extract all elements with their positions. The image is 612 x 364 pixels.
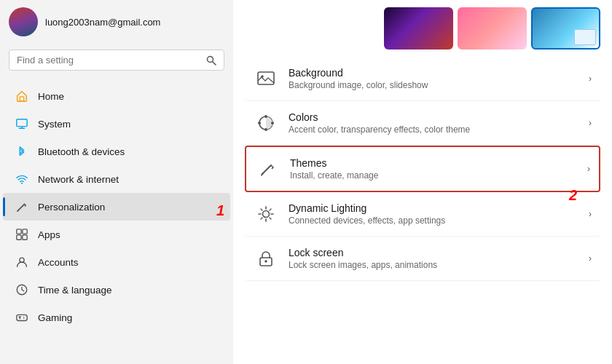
user-header: luong2003nam@gmail.com [0,0,233,44]
sidebar-item-label-time: Time & language [38,285,112,296]
dynamic-lighting-title: Dynamic Lighting [289,202,578,214]
lock-screen-desc: Lock screen images, apps, animations [289,260,578,270]
svg-point-27 [271,122,274,124]
colors-title: Colors [289,111,578,123]
svg-rect-3 [17,119,27,127]
setting-item-dynamic-lighting[interactable]: Dynamic Lighting Connected devices, effe… [245,192,600,237]
gaming-icon [15,310,29,325]
chevron-icon: › [587,164,590,174]
sidebar-item-label-home: Home [38,91,64,102]
lock-screen-text: Lock screen Lock screen images, apps, an… [289,247,578,270]
background-icon [254,66,278,91]
system-icon [15,116,29,131]
svg-point-6 [21,183,23,184]
setting-item-colors[interactable]: Colors Accent color, transparency effect… [245,101,600,146]
search-container [0,44,233,79]
svg-point-26 [258,122,261,124]
sidebar-item-home[interactable]: Home [3,82,230,110]
sidebar-item-bluetooth[interactable]: Bluetooth & devices [3,138,230,165]
svg-rect-12 [23,235,27,240]
wallpaper-strip [233,0,612,57]
home-icon [15,89,29,103]
svg-line-28 [262,165,271,174]
colors-desc: Accent color, transparency effects, colo… [289,124,578,135]
svg-line-1 [213,61,216,65]
sidebar-item-time[interactable]: Time & language [3,276,230,304]
dynamic-lighting-icon [254,202,278,226]
sidebar-item-system[interactable]: System [3,110,230,138]
background-title: Background [289,67,578,79]
themes-title: Themes [290,157,577,169]
user-email: luong2003nam@gmail.com [45,17,160,28]
wallpaper-thumb-blue[interactable] [531,7,600,50]
sidebar-item-accounts[interactable]: Accounts [3,248,230,276]
sidebar: luong2003nam@gmail.com Home [0,0,233,364]
sidebar-item-label-apps: Apps [38,229,60,240]
background-desc: Background image, color, slideshow [289,80,578,90]
svg-line-37 [270,209,271,210]
svg-rect-2 [20,97,23,101]
dynamic-lighting-desc: Connected devices, effects, app settings [289,215,578,226]
svg-point-22 [261,75,264,78]
time-icon [15,282,29,297]
svg-point-24 [264,115,267,118]
sidebar-item-label-system: System [38,119,71,130]
apps-icon [15,227,29,242]
settings-list: Background Background image, color, slid… [233,57,612,364]
avatar [9,7,38,36]
svg-rect-15 [17,314,27,320]
lock-screen-title: Lock screen [289,247,578,258]
lock-screen-icon [254,246,278,271]
svg-line-38 [261,218,262,219]
sidebar-item-network[interactable]: Network & internet [3,165,230,193]
annotation-label-1: 1 [216,202,224,219]
svg-point-19 [23,317,24,317]
personalization-icon [15,199,29,214]
svg-point-20 [23,318,24,319]
sidebar-item-label-gaming: Gaming [38,312,72,323]
wallpaper-thumb-purple[interactable] [384,7,453,50]
background-text: Background Background image, color, slid… [289,67,578,90]
themes-desc: Install, create, manage [290,170,577,181]
sidebar-item-label-accounts: Accounts [38,257,79,268]
main-content: Background Background image, color, slid… [233,0,612,364]
search-box[interactable] [9,50,224,71]
svg-rect-11 [17,235,21,240]
setting-item-background[interactable]: Background Background image, color, slid… [245,57,600,101]
colors-text: Colors Accent color, transparency effect… [289,111,578,135]
svg-line-35 [261,209,262,210]
wallpaper-thumb-pink[interactable] [458,7,527,50]
sidebar-item-personalization[interactable]: Personalization 1 [3,193,230,221]
svg-line-36 [270,218,271,219]
svg-rect-9 [17,229,21,234]
sidebar-item-apps[interactable]: Apps [3,221,230,248]
sidebar-item-label-personalization: Personalization [38,202,105,213]
svg-rect-10 [23,229,27,234]
network-icon [15,172,29,186]
svg-point-30 [263,211,270,218]
colors-icon [254,111,278,135]
sidebar-item-label-bluetooth: Bluetooth & devices [38,146,125,157]
chevron-icon: › [589,253,592,264]
nav-list: Home System Bluetooth & devices [0,79,233,364]
chevron-icon: › [589,74,592,84]
themes-icon [255,157,280,181]
svg-point-40 [264,260,267,263]
accounts-icon [15,255,29,269]
sidebar-item-gaming[interactable]: Gaming [3,304,230,331]
chevron-icon: › [589,118,592,128]
search-input[interactable] [17,55,200,66]
svg-point-25 [264,128,267,131]
setting-item-lock-screen[interactable]: Lock screen Lock screen images, apps, an… [245,237,600,281]
chevron-icon: › [589,209,592,219]
search-icon [206,55,216,66]
themes-text: Themes Install, create, manage [290,157,577,181]
sidebar-item-label-network: Network & internet [38,174,119,185]
setting-item-themes[interactable]: Themes Install, create, manage › 2 [245,146,600,192]
bluetooth-icon [15,144,29,159]
dynamic-lighting-text: Dynamic Lighting Connected devices, effe… [289,202,578,226]
